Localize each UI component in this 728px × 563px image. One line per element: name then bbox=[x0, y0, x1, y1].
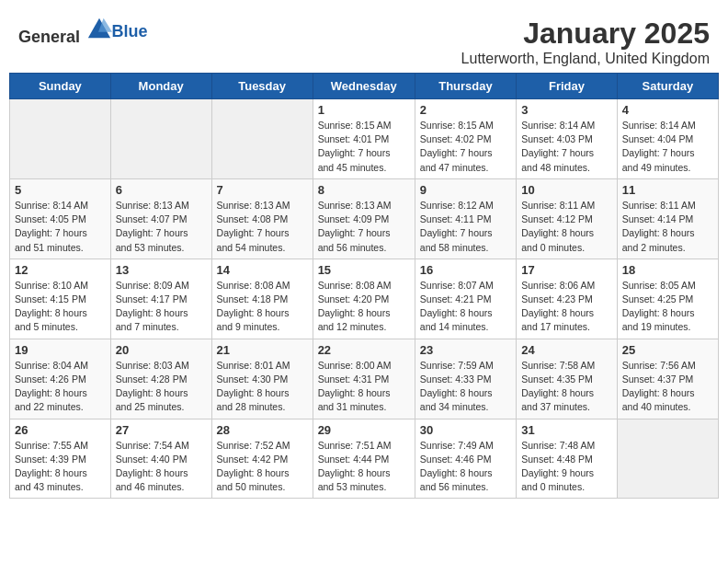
calendar-cell: 8Sunrise: 8:13 AMSunset: 4:09 PMDaylight… bbox=[313, 178, 415, 259]
logo-icon bbox=[86, 17, 112, 42]
calendar-cell: 10Sunrise: 8:11 AMSunset: 4:12 PMDayligh… bbox=[517, 178, 618, 259]
day-info: Sunrise: 8:08 AMSunset: 4:18 PMDaylight:… bbox=[217, 279, 308, 335]
day-info: Sunrise: 8:15 AMSunset: 4:02 PMDaylight:… bbox=[420, 119, 511, 175]
calendar-cell: 14Sunrise: 8:08 AMSunset: 4:18 PMDayligh… bbox=[211, 259, 313, 339]
day-info: Sunrise: 8:14 AMSunset: 4:05 PMDaylight:… bbox=[15, 199, 106, 255]
day-number: 6 bbox=[116, 183, 207, 197]
calendar-cell: 12Sunrise: 8:10 AMSunset: 4:15 PMDayligh… bbox=[10, 259, 111, 339]
day-number: 24 bbox=[521, 343, 612, 357]
day-number: 20 bbox=[116, 343, 207, 357]
day-header-sunday: Sunday bbox=[10, 74, 111, 99]
calendar-cell: 20Sunrise: 8:03 AMSunset: 4:28 PMDayligh… bbox=[110, 339, 211, 419]
calendar-cell: 27Sunrise: 7:54 AMSunset: 4:40 PMDayligh… bbox=[110, 419, 211, 499]
day-number: 27 bbox=[116, 423, 207, 437]
day-info: Sunrise: 7:54 AMSunset: 4:40 PMDaylight:… bbox=[116, 439, 207, 495]
calendar-cell: 17Sunrise: 8:06 AMSunset: 4:23 PMDayligh… bbox=[517, 259, 618, 339]
day-info: Sunrise: 8:15 AMSunset: 4:01 PMDaylight:… bbox=[318, 119, 410, 175]
day-info: Sunrise: 8:00 AMSunset: 4:31 PMDaylight:… bbox=[318, 359, 410, 415]
calendar-cell: 4Sunrise: 8:14 AMSunset: 4:04 PMDaylight… bbox=[617, 99, 718, 179]
day-info: Sunrise: 8:01 AMSunset: 4:30 PMDaylight:… bbox=[217, 359, 308, 415]
day-number: 17 bbox=[521, 263, 612, 277]
calendar-cell: 5Sunrise: 8:14 AMSunset: 4:05 PMDaylight… bbox=[10, 178, 111, 259]
day-number: 13 bbox=[116, 263, 207, 277]
day-info: Sunrise: 8:13 AMSunset: 4:08 PMDaylight:… bbox=[217, 199, 308, 255]
day-info: Sunrise: 8:10 AMSunset: 4:15 PMDaylight:… bbox=[15, 279, 106, 335]
calendar-body: 1Sunrise: 8:15 AMSunset: 4:01 PMDaylight… bbox=[10, 99, 719, 499]
day-info: Sunrise: 8:07 AMSunset: 4:21 PMDaylight:… bbox=[420, 279, 511, 335]
day-info: Sunrise: 8:05 AMSunset: 4:25 PMDaylight:… bbox=[622, 279, 713, 335]
calendar-cell bbox=[211, 99, 313, 179]
day-number: 14 bbox=[217, 263, 308, 277]
day-number: 1 bbox=[318, 103, 410, 117]
calendar-cell: 6Sunrise: 8:13 AMSunset: 4:07 PMDaylight… bbox=[110, 178, 211, 259]
day-number: 3 bbox=[521, 103, 612, 117]
day-info: Sunrise: 7:48 AMSunset: 4:48 PMDaylight:… bbox=[521, 439, 612, 495]
day-number: 23 bbox=[420, 343, 511, 357]
day-info: Sunrise: 7:52 AMSunset: 4:42 PMDaylight:… bbox=[217, 439, 308, 495]
day-info: Sunrise: 8:04 AMSunset: 4:26 PMDaylight:… bbox=[15, 359, 106, 415]
logo-blue: Blue bbox=[112, 22, 148, 40]
day-number: 7 bbox=[217, 183, 308, 197]
week-row-2: 5Sunrise: 8:14 AMSunset: 4:05 PMDaylight… bbox=[10, 178, 719, 259]
calendar-header: SundayMondayTuesdayWednesdayThursdayFrid… bbox=[10, 74, 719, 99]
day-number: 26 bbox=[15, 423, 106, 437]
day-info: Sunrise: 8:08 AMSunset: 4:20 PMDaylight:… bbox=[318, 279, 410, 335]
calendar-cell: 13Sunrise: 8:09 AMSunset: 4:17 PMDayligh… bbox=[110, 259, 211, 339]
logo: General Blue bbox=[18, 17, 148, 47]
calendar-cell: 24Sunrise: 7:58 AMSunset: 4:35 PMDayligh… bbox=[517, 339, 618, 419]
day-number: 11 bbox=[622, 183, 713, 197]
day-info: Sunrise: 8:12 AMSunset: 4:11 PMDaylight:… bbox=[420, 199, 511, 255]
calendar-cell bbox=[110, 99, 211, 179]
day-header-monday: Monday bbox=[110, 74, 211, 99]
day-info: Sunrise: 7:51 AMSunset: 4:44 PMDaylight:… bbox=[318, 439, 410, 495]
day-header-saturday: Saturday bbox=[617, 74, 718, 99]
day-number: 29 bbox=[318, 423, 410, 437]
day-number: 5 bbox=[15, 183, 106, 197]
day-number: 21 bbox=[217, 343, 308, 357]
calendar-cell: 25Sunrise: 7:56 AMSunset: 4:37 PMDayligh… bbox=[617, 339, 718, 419]
day-info: Sunrise: 7:49 AMSunset: 4:46 PMDaylight:… bbox=[420, 439, 511, 495]
location-title: Lutterworth, England, United Kingdom bbox=[461, 51, 710, 67]
calendar-cell: 23Sunrise: 7:59 AMSunset: 4:33 PMDayligh… bbox=[415, 339, 516, 419]
day-info: Sunrise: 7:59 AMSunset: 4:33 PMDaylight:… bbox=[420, 359, 511, 415]
day-info: Sunrise: 8:11 AMSunset: 4:14 PMDaylight:… bbox=[622, 199, 713, 255]
day-header-wednesday: Wednesday bbox=[313, 74, 415, 99]
calendar-cell: 30Sunrise: 7:49 AMSunset: 4:46 PMDayligh… bbox=[415, 419, 516, 499]
calendar-cell: 28Sunrise: 7:52 AMSunset: 4:42 PMDayligh… bbox=[211, 419, 313, 499]
day-number: 10 bbox=[521, 183, 612, 197]
day-number: 4 bbox=[622, 103, 713, 117]
calendar-cell: 19Sunrise: 8:04 AMSunset: 4:26 PMDayligh… bbox=[10, 339, 111, 419]
day-header-friday: Friday bbox=[517, 74, 618, 99]
calendar-cell: 2Sunrise: 8:15 AMSunset: 4:02 PMDaylight… bbox=[415, 99, 516, 179]
day-info: Sunrise: 8:03 AMSunset: 4:28 PMDaylight:… bbox=[116, 359, 207, 415]
day-number: 12 bbox=[15, 263, 106, 277]
day-info: Sunrise: 7:56 AMSunset: 4:37 PMDaylight:… bbox=[622, 359, 713, 415]
day-number: 8 bbox=[318, 183, 410, 197]
day-number: 22 bbox=[318, 343, 410, 357]
calendar-cell: 31Sunrise: 7:48 AMSunset: 4:48 PMDayligh… bbox=[517, 419, 618, 499]
day-number: 25 bbox=[622, 343, 713, 357]
calendar: SundayMondayTuesdayWednesdayThursdayFrid… bbox=[9, 73, 719, 499]
calendar-cell: 15Sunrise: 8:08 AMSunset: 4:20 PMDayligh… bbox=[313, 259, 415, 339]
calendar-cell: 26Sunrise: 7:55 AMSunset: 4:39 PMDayligh… bbox=[10, 419, 111, 499]
day-info: Sunrise: 8:13 AMSunset: 4:09 PMDaylight:… bbox=[318, 199, 410, 255]
calendar-cell: 16Sunrise: 8:07 AMSunset: 4:21 PMDayligh… bbox=[415, 259, 516, 339]
day-number: 28 bbox=[217, 423, 308, 437]
day-info: Sunrise: 8:06 AMSunset: 4:23 PMDaylight:… bbox=[521, 279, 612, 335]
day-number: 9 bbox=[420, 183, 511, 197]
calendar-cell bbox=[10, 99, 111, 179]
day-number: 2 bbox=[420, 103, 511, 117]
month-title: January 2025 bbox=[461, 17, 710, 51]
week-row-3: 12Sunrise: 8:10 AMSunset: 4:15 PMDayligh… bbox=[10, 259, 719, 339]
calendar-cell: 29Sunrise: 7:51 AMSunset: 4:44 PMDayligh… bbox=[313, 419, 415, 499]
day-number: 19 bbox=[15, 343, 106, 357]
day-info: Sunrise: 8:11 AMSunset: 4:12 PMDaylight:… bbox=[521, 199, 612, 255]
day-info: Sunrise: 8:13 AMSunset: 4:07 PMDaylight:… bbox=[116, 199, 207, 255]
calendar-cell bbox=[617, 419, 718, 499]
day-info: Sunrise: 8:09 AMSunset: 4:17 PMDaylight:… bbox=[116, 279, 207, 335]
day-number: 15 bbox=[318, 263, 410, 277]
day-info: Sunrise: 7:55 AMSunset: 4:39 PMDaylight:… bbox=[15, 439, 106, 495]
calendar-cell: 3Sunrise: 8:14 AMSunset: 4:03 PMDaylight… bbox=[517, 99, 618, 179]
day-number: 30 bbox=[420, 423, 511, 437]
calendar-cell: 11Sunrise: 8:11 AMSunset: 4:14 PMDayligh… bbox=[617, 178, 718, 259]
